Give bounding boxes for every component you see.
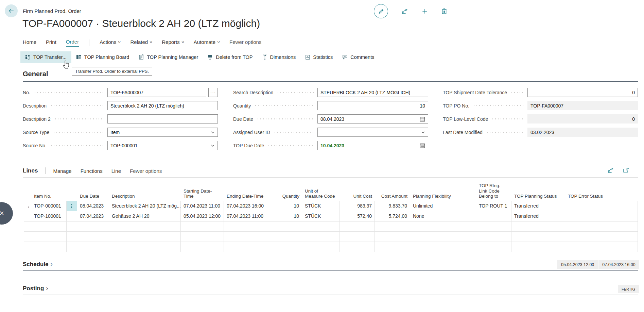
- field-input[interactable]: [107, 114, 218, 124]
- field-value[interactable]: Item: [110, 130, 209, 135]
- table-cell[interactable]: 5.724,00: [375, 211, 410, 221]
- toolbar-button-comments[interactable]: Comments: [337, 51, 379, 63]
- table-cell[interactable]: [476, 232, 511, 242]
- column-header-top-error-status[interactable]: TOP Error Status: [565, 193, 638, 201]
- row-marker-cell[interactable]: [24, 232, 31, 242]
- row-marker-cell[interactable]: [24, 211, 31, 221]
- row-menu-cell[interactable]: [67, 232, 77, 242]
- table-cell[interactable]: [224, 232, 267, 242]
- row-menu-cell[interactable]: ⋮: [67, 201, 77, 211]
- toolbar-button-dimensions[interactable]: Dimensions: [258, 51, 301, 63]
- row-menu-cell[interactable]: [67, 211, 77, 221]
- row-marker-cell[interactable]: [24, 242, 31, 252]
- table-cell[interactable]: [267, 232, 302, 242]
- column-header-cost-amount[interactable]: Cost Amount: [375, 193, 410, 201]
- table-cell[interactable]: [375, 221, 410, 231]
- table-cell[interactable]: Steuerblock 2 AH 20 (LTZ mög...: [109, 201, 181, 211]
- table-cell[interactable]: [476, 211, 511, 221]
- table-cell[interactable]: None: [410, 211, 476, 221]
- table-cell[interactable]: Transferred: [511, 201, 565, 211]
- table-cell[interactable]: [565, 211, 638, 221]
- field-input[interactable]: Steuerblock 2 AH 20 (LTZ möglich): [107, 101, 218, 110]
- column-header-starting-date-time[interactable]: Starting Date-Time: [181, 188, 224, 201]
- delete-button[interactable]: [441, 8, 447, 14]
- table-cell[interactable]: [476, 221, 511, 231]
- menu-item-actions[interactable]: Actions∨: [100, 39, 121, 46]
- posting-section-heading[interactable]: Posting›: [23, 284, 48, 292]
- column-header-unit-cost[interactable]: Unit Cost: [340, 193, 375, 201]
- schedule-section-heading[interactable]: Schedule›: [23, 260, 53, 268]
- chevron-down-icon[interactable]: [421, 130, 425, 134]
- field-value[interactable]: 10: [320, 103, 425, 109]
- table-cell[interactable]: [77, 221, 109, 231]
- field-value[interactable]: TOP-000001: [110, 143, 209, 148]
- field-input[interactable]: 10.04.2023: [317, 141, 428, 150]
- table-cell[interactable]: TOP-100001: [31, 211, 67, 221]
- menu-item-order[interactable]: Order: [66, 39, 79, 47]
- table-cell[interactable]: [511, 221, 565, 231]
- row-menu-cell[interactable]: [67, 221, 77, 231]
- table-cell[interactable]: [375, 232, 410, 242]
- share-button[interactable]: [402, 9, 408, 14]
- assist-edit-button[interactable]: ···: [208, 88, 218, 97]
- table-cell[interactable]: [224, 242, 267, 252]
- field-value[interactable]: TOP-FA000007: [110, 90, 203, 95]
- table-cell[interactable]: 07.04.2023 16:00: [224, 201, 267, 211]
- table-cell[interactable]: 9.833,70: [375, 201, 410, 211]
- table-cell[interactable]: STÜCK: [302, 211, 340, 221]
- table-cell[interactable]: [31, 232, 67, 242]
- column-header-quantity[interactable]: Quantity: [267, 193, 302, 201]
- table-cell[interactable]: 07.04.2023: [77, 211, 109, 221]
- table-cell[interactable]: [340, 242, 375, 252]
- menu-item-fewer-options[interactable]: Fewer options: [229, 39, 261, 46]
- table-cell[interactable]: [565, 221, 638, 231]
- field-input[interactable]: STEUERBLOCK 2 AH 20 (LTZ MÖGLICH): [317, 88, 428, 97]
- field-input[interactable]: 0: [527, 88, 638, 97]
- column-header-item-no-[interactable]: Item No.: [31, 193, 67, 201]
- field-input[interactable]: 10: [317, 101, 428, 110]
- calendar-icon[interactable]: [420, 143, 425, 148]
- table-cell[interactable]: [109, 221, 181, 231]
- table-cell[interactable]: [565, 201, 638, 211]
- table-cell[interactable]: 10: [267, 201, 302, 211]
- table-cell[interactable]: [340, 232, 375, 242]
- calendar-icon[interactable]: [420, 116, 425, 122]
- table-cell[interactable]: 07.04.2023 11:00: [181, 201, 224, 211]
- general-section-heading[interactable]: General: [23, 70, 48, 78]
- chevron-down-icon[interactable]: [211, 130, 215, 134]
- column-header-unit-of-measure-code[interactable]: Unit of Measure Code: [302, 188, 340, 201]
- table-cell[interactable]: 05.04.2023 12:00: [181, 211, 224, 221]
- toolbar-button-top-planning-manager[interactable]: TOP Planning Manager: [134, 51, 203, 63]
- field-input[interactable]: [317, 128, 428, 137]
- table-cell[interactable]: [302, 221, 340, 231]
- table-cell[interactable]: [77, 232, 109, 242]
- table-cell[interactable]: [476, 242, 511, 252]
- table-cell[interactable]: [302, 242, 340, 252]
- toolbar-button-delete-from-top[interactable]: Delete from TOP: [203, 51, 257, 63]
- table-cell[interactable]: [267, 221, 302, 231]
- toolbar-button-top-planning-board[interactable]: TOP Planning Board: [71, 51, 134, 63]
- table-cell[interactable]: Transferred: [511, 211, 565, 221]
- column-header-top-planning-status[interactable]: TOP Planning Status: [511, 193, 565, 201]
- menu-item-automate[interactable]: Automate∨: [194, 39, 220, 46]
- table-cell[interactable]: 08.04.2023: [77, 201, 109, 211]
- field-input[interactable]: Item: [107, 128, 218, 137]
- edit-button[interactable]: [374, 4, 388, 18]
- table-cell[interactable]: [224, 221, 267, 231]
- lines-menu-line[interactable]: Line: [111, 168, 121, 174]
- back-button[interactable]: [5, 4, 18, 17]
- floating-helper-button[interactable]: ✕: [0, 202, 13, 225]
- table-cell[interactable]: [565, 232, 638, 242]
- table-cell[interactable]: STÜCK: [302, 201, 340, 211]
- table-cell[interactable]: [181, 242, 224, 252]
- field-value[interactable]: 08.04.2023: [320, 116, 418, 122]
- column-header-due-date[interactable]: Due Date: [77, 193, 109, 201]
- column-header-description[interactable]: Description: [109, 193, 181, 201]
- table-cell[interactable]: 10: [267, 211, 302, 221]
- table-cell[interactable]: Unlimited: [410, 201, 476, 211]
- table-cell[interactable]: [31, 221, 67, 231]
- field-value[interactable]: STEUERBLOCK 2 AH 20 (LTZ MÖGLICH): [320, 90, 425, 95]
- field-value[interactable]: 0: [530, 90, 635, 95]
- table-cell[interactable]: [181, 232, 224, 242]
- toolbar-button-statistics[interactable]: Statistics: [300, 51, 337, 63]
